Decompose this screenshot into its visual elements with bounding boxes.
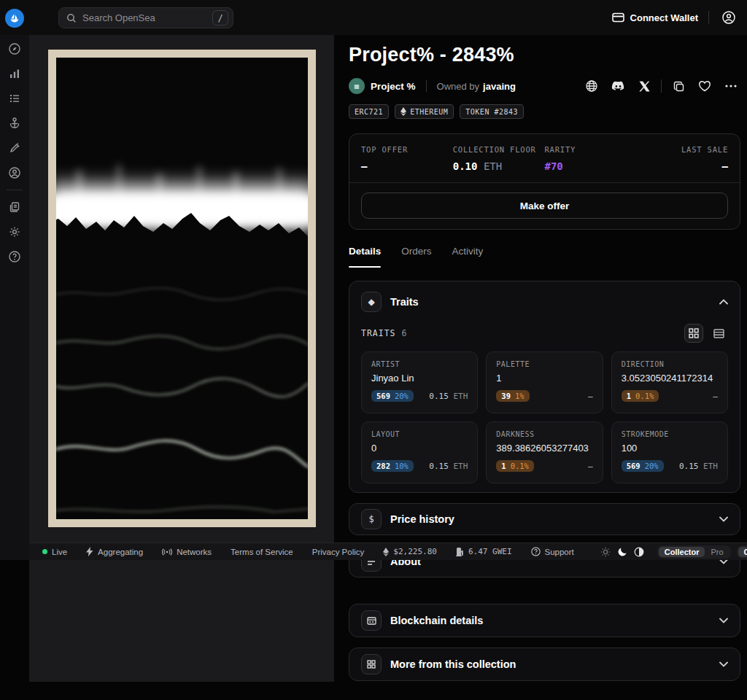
more-options-icon[interactable] bbox=[721, 77, 740, 96]
list-view-button[interactable] bbox=[709, 324, 728, 343]
rarity-badge: 10.1% bbox=[496, 460, 534, 472]
collection-row: ▦ Project % Owned by javaing bbox=[349, 78, 740, 94]
blockchain-details-section[interactable]: Blockchain details bbox=[349, 604, 740, 637]
price-history-section[interactable]: $ Price history bbox=[349, 503, 740, 535]
make-offer-button[interactable]: Make offer bbox=[361, 192, 728, 219]
status-bar: Live Aggregating Networks Terms of Servi… bbox=[29, 542, 747, 560]
settings-icon[interactable] bbox=[0, 219, 29, 244]
trait-card-artist[interactable]: ARTIST Jinyao Lin 56920% 0.15 ETH bbox=[361, 351, 478, 413]
currency-switch: Crypto USD bbox=[737, 545, 747, 559]
divider bbox=[349, 182, 740, 183]
search-placeholder: Search OpenSea bbox=[82, 12, 206, 23]
traits-count: TRAITS 6 bbox=[361, 328, 407, 338]
dark-mode-icon[interactable] bbox=[617, 547, 627, 557]
eth-price: $2,225.80 bbox=[383, 547, 437, 556]
main-content: Project% - 2843% ▦ Project % Owned by ja… bbox=[349, 44, 740, 681]
grid-view-button[interactable] bbox=[684, 324, 703, 343]
more-from-collection-section[interactable]: More from this collection bbox=[349, 648, 740, 681]
privacy-link[interactable]: Privacy Policy bbox=[312, 548, 365, 556]
profile-icon[interactable] bbox=[0, 160, 29, 185]
detail-tabs: Details Orders Activity bbox=[349, 246, 740, 268]
mode-collector[interactable]: Collector bbox=[659, 547, 705, 557]
grid-icon bbox=[361, 654, 382, 674]
create-icon[interactable] bbox=[0, 136, 29, 160]
bank-card-icon bbox=[361, 610, 382, 631]
stat-last-sale: LAST SALE — bbox=[636, 145, 728, 172]
dollar-icon: $ bbox=[361, 509, 382, 529]
collection-avatar[interactable]: ▦ bbox=[349, 78, 365, 94]
traits-section: ◆ Traits TRAITS 6 A bbox=[349, 281, 740, 493]
currency-crypto[interactable]: Crypto bbox=[738, 547, 747, 557]
docs-icon[interactable] bbox=[0, 195, 29, 219]
trait-card-darkness[interactable]: DARKNESS 389.38626053277403 10.1% — bbox=[486, 421, 603, 483]
media-panel bbox=[29, 35, 334, 682]
page-title: Project% - 2843% bbox=[349, 44, 740, 66]
rarity-badge: 391% bbox=[496, 390, 529, 402]
stats-icon[interactable] bbox=[0, 61, 29, 86]
trait-card-strokemode[interactable]: STROKEMODE 100 56920% 0.15 ETH bbox=[611, 421, 728, 483]
rarity-badge: 10.1% bbox=[622, 390, 659, 402]
search-icon bbox=[66, 13, 77, 23]
help-icon[interactable] bbox=[0, 244, 29, 269]
favorite-heart-icon[interactable] bbox=[695, 77, 714, 96]
gas-price: 6.47 GWEI bbox=[456, 547, 512, 556]
aggregating-status[interactable]: Aggregating bbox=[86, 547, 143, 556]
topbar-divider bbox=[708, 11, 709, 24]
networks-status[interactable]: Networks bbox=[162, 548, 212, 556]
traits-header[interactable]: ◆ Traits bbox=[361, 292, 728, 312]
divider bbox=[426, 80, 427, 92]
list-icon[interactable] bbox=[0, 86, 29, 111]
tab-orders[interactable]: Orders bbox=[401, 246, 431, 268]
mode-pro[interactable]: Pro bbox=[705, 547, 729, 557]
account-icon[interactable] bbox=[719, 8, 738, 27]
opensea-logo[interactable] bbox=[5, 9, 24, 28]
live-indicator: Live bbox=[42, 548, 67, 556]
anchor-icon[interactable] bbox=[0, 111, 29, 136]
website-icon[interactable] bbox=[582, 77, 601, 96]
chevron-down-icon[interactable] bbox=[719, 661, 728, 667]
nft-artwork[interactable] bbox=[48, 50, 316, 527]
connect-wallet-button[interactable]: Connect Wallet bbox=[612, 12, 698, 23]
collection-link[interactable]: Project % bbox=[371, 81, 416, 92]
rail-divider bbox=[7, 190, 23, 190]
help-circle-icon bbox=[531, 547, 541, 556]
discord-icon[interactable] bbox=[608, 77, 627, 96]
signal-icon bbox=[162, 548, 172, 556]
support-link[interactable]: Support bbox=[531, 547, 574, 556]
tab-details[interactable]: Details bbox=[349, 246, 381, 268]
gas-pump-icon bbox=[456, 548, 464, 556]
traits-icon: ◆ bbox=[361, 292, 382, 312]
owner-link[interactable]: javaing bbox=[483, 81, 516, 92]
live-dot-icon bbox=[42, 549, 47, 554]
hero-icons-divider bbox=[661, 79, 662, 93]
trait-card-palette[interactable]: PALETTE 1 391% — bbox=[486, 351, 603, 413]
chevron-up-icon[interactable] bbox=[719, 299, 728, 305]
stats-card: TOP OFFER — COLLECTION FLOOR 0.10 ETH RA… bbox=[349, 133, 740, 230]
tab-activity[interactable]: Activity bbox=[452, 246, 484, 268]
terms-link[interactable]: Terms of Service bbox=[231, 548, 293, 556]
chevron-down-icon[interactable] bbox=[719, 516, 728, 522]
x-twitter-icon[interactable] bbox=[635, 77, 654, 96]
light-mode-icon[interactable] bbox=[600, 547, 611, 557]
chevron-down-icon[interactable] bbox=[719, 618, 728, 623]
ethereum-icon bbox=[400, 107, 406, 116]
trait-card-layout[interactable]: LAYOUT 0 28210% 0.15 ETH bbox=[361, 421, 478, 483]
system-mode-icon[interactable] bbox=[634, 547, 644, 557]
trait-grid: ARTIST Jinyao Lin 56920% 0.15 ETH PALETT… bbox=[361, 351, 728, 483]
search-input[interactable]: Search OpenSea / bbox=[58, 7, 233, 28]
token-badges: ERC721 ETHEREUM TOKEN #2843 bbox=[349, 104, 740, 119]
left-rail bbox=[0, 0, 29, 560]
trait-card-direction[interactable]: DIRECTION 3.0523050241172314 10.1% — bbox=[611, 351, 728, 413]
stat-top-offer: TOP OFFER — bbox=[361, 145, 453, 172]
ethereum-icon bbox=[383, 548, 389, 556]
compass-icon[interactable] bbox=[0, 36, 29, 61]
theme-toggle bbox=[600, 547, 644, 557]
rarity-badge: 28210% bbox=[371, 460, 414, 472]
search-shortcut-key: / bbox=[212, 10, 228, 26]
chain-badge: ETHEREUM bbox=[395, 104, 454, 119]
copy-icon[interactable] bbox=[669, 77, 688, 96]
token-standard-badge: ERC721 bbox=[349, 104, 389, 119]
stat-collection-floor: COLLECTION FLOOR 0.10 ETH bbox=[453, 145, 545, 172]
opensea-nft-page: Search OpenSea / Connect Wallet bbox=[0, 0, 747, 700]
top-bar: Search OpenSea / Connect Wallet bbox=[0, 0, 747, 35]
